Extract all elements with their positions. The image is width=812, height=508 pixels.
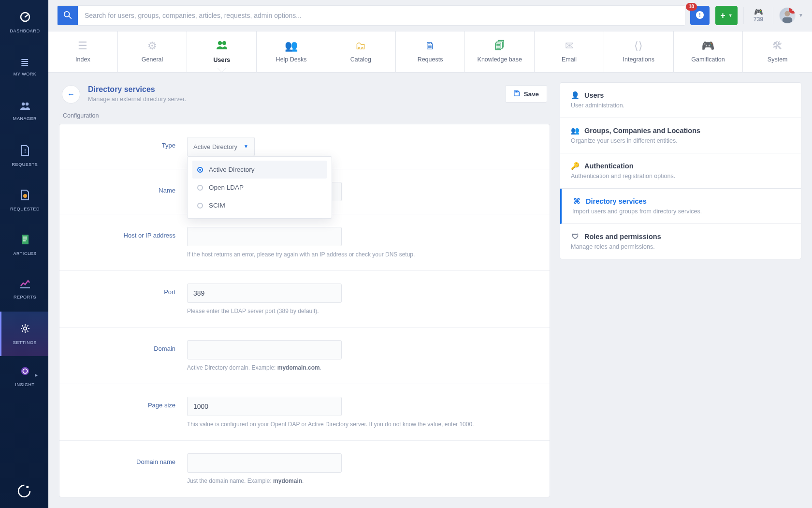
- search-icon: [63, 11, 72, 20]
- app-logo: [0, 474, 48, 508]
- domain-name-input[interactable]: [187, 453, 342, 473]
- rail-item-reports[interactable]: REPORTS: [0, 267, 48, 312]
- svg-text:!: !: [24, 148, 26, 154]
- svg-point-14: [64, 12, 70, 17]
- search-button[interactable]: [58, 5, 78, 26]
- subnav-desc: Authentication and registration options.: [571, 173, 790, 179]
- type-option-open-ldap[interactable]: Open LDAP: [192, 179, 327, 196]
- users-icon: [19, 102, 31, 112]
- svg-rect-7: [23, 239, 27, 239]
- user-menu[interactable]: 1 ▼: [779, 7, 803, 24]
- sitemap-icon: ⌘: [572, 198, 581, 205]
- subnav-title: Groups, Companies and Locations: [584, 127, 700, 134]
- file-alert-icon: 🗎: [425, 41, 435, 51]
- svg-rect-21: [515, 91, 517, 93]
- tab-general[interactable]: ⚙General: [118, 31, 188, 72]
- port-help: Please enter the LDAP server port (389 b…: [187, 308, 535, 314]
- config-form: Type Active Directory ▼ Active Directory…: [59, 124, 550, 497]
- chevron-down-icon: ▼: [728, 14, 733, 18]
- points-display[interactable]: 🎮 739: [750, 8, 767, 23]
- subnav-users[interactable]: 👤Users User administration.: [560, 83, 801, 118]
- label-domain: Domain: [74, 340, 175, 352]
- svg-point-4: [23, 194, 27, 198]
- rail-item-manager[interactable]: MANAGER: [0, 89, 48, 134]
- page-size-input[interactable]: [187, 397, 342, 416]
- subnav-directory[interactable]: ⌘Directory services Import users and gro…: [560, 189, 801, 224]
- rail-item-requests[interactable]: ! REQUESTS: [0, 134, 48, 178]
- tab-users[interactable]: Users: [187, 31, 257, 72]
- domain-input[interactable]: [187, 340, 342, 359]
- type-option-active-directory[interactable]: Active Directory: [192, 161, 327, 179]
- rail-item-dashboard[interactable]: DASHBOARD: [0, 0, 48, 45]
- users-subnav: 👤Users User administration. 👥Groups, Com…: [560, 82, 801, 259]
- rail-item-requested[interactable]: REQUESTED: [0, 178, 48, 223]
- label-type: Type: [74, 137, 175, 149]
- rail-label: REPORTS: [14, 295, 36, 299]
- page-title: Directory services: [88, 85, 186, 94]
- tab-catalog[interactable]: 🗂Catalog: [326, 31, 396, 72]
- tab-requests[interactable]: 🗎Requests: [396, 31, 465, 72]
- domain-help: Active Directory domain. Example: mydoma…: [187, 364, 535, 371]
- row-domain: Domain Active Directory domain. Example:…: [59, 328, 550, 384]
- host-input[interactable]: [187, 227, 342, 246]
- rail-label: REQUESTS: [12, 162, 38, 167]
- save-icon: [513, 90, 520, 98]
- search-input[interactable]: [78, 6, 685, 25]
- subnav-groups[interactable]: 👥Groups, Companies and Locations Organiz…: [560, 118, 801, 153]
- create-button[interactable]: + ▼: [715, 6, 738, 25]
- shield-icon: 🛡: [571, 233, 580, 240]
- helpdesk-icon: 👥: [285, 41, 298, 51]
- tab-email[interactable]: ✉Email: [535, 31, 604, 72]
- rail-label: REQUESTED: [10, 207, 40, 211]
- tab-integrations[interactable]: ⟨⟩Integrations: [604, 31, 674, 72]
- avatar: 1: [779, 7, 796, 24]
- user-icon: 👤: [571, 92, 580, 99]
- subnav-auth[interactable]: 🔑Authentication Authentication and regis…: [560, 153, 801, 189]
- arrow-left-icon: ←: [67, 90, 75, 98]
- subnav-roles[interactable]: 🛡Roles and permissions Manage roles and …: [560, 224, 801, 259]
- radio-icon: [197, 167, 203, 173]
- row-page-size: Page size This value is configured on yo…: [59, 384, 550, 441]
- gamepad-icon: 🎮: [754, 8, 763, 15]
- rail-label: MY WORK: [14, 72, 37, 76]
- port-input[interactable]: [187, 284, 342, 303]
- option-label: SCIM: [209, 202, 225, 209]
- save-button[interactable]: Save: [505, 85, 547, 103]
- host-help: If the host returns an error, please try…: [187, 251, 535, 258]
- tab-label: Integrations: [623, 56, 654, 63]
- tab-label: System: [768, 56, 788, 63]
- radio-icon: [197, 203, 203, 209]
- type-select[interactable]: Active Directory ▼: [187, 137, 255, 156]
- subnav-desc: User administration.: [571, 102, 790, 109]
- tab-index[interactable]: ☰Index: [48, 31, 118, 72]
- tab-system[interactable]: 🛠System: [743, 31, 812, 72]
- notifications-button[interactable]: 10 !: [690, 6, 710, 25]
- page-size-help: This value is configured on your OpenLDA…: [187, 421, 535, 428]
- tab-helpdesks[interactable]: 👥Help Desks: [257, 31, 326, 72]
- tab-label: Users: [213, 57, 230, 63]
- rail-item-articles[interactable]: ARTICLES: [0, 223, 48, 267]
- tab-label: Requests: [418, 56, 443, 63]
- rail-item-insight[interactable]: INSIGHT ▶: [0, 356, 48, 401]
- index-icon: ☰: [78, 41, 87, 51]
- tab-kb[interactable]: 🗐Knowledge base: [465, 31, 535, 72]
- radio-icon: [197, 185, 203, 191]
- file-icon: !: [20, 145, 30, 158]
- type-option-scim[interactable]: SCIM: [192, 196, 327, 214]
- gear-icon: [19, 323, 31, 336]
- tab-gamification[interactable]: 🎮Gamification: [674, 31, 743, 72]
- rail-item-mywork[interactable]: ≣ MY WORK: [0, 45, 48, 89]
- label-page-size: Page size: [74, 397, 175, 409]
- doc-icon: [20, 234, 30, 247]
- key-icon: 🔑: [571, 163, 580, 170]
- type-select-value: Active Directory: [193, 143, 237, 150]
- rail-label: DASHBOARD: [10, 29, 40, 33]
- svg-rect-5: [22, 235, 29, 244]
- rail-item-settings[interactable]: SETTINGS: [0, 312, 48, 356]
- option-label: Active Directory: [209, 166, 255, 173]
- back-button[interactable]: ←: [62, 85, 80, 104]
- tab-label: Help Desks: [276, 56, 307, 63]
- chevron-down-icon: ▼: [244, 144, 248, 149]
- divider: [743, 7, 744, 24]
- label-name: Name: [74, 182, 175, 194]
